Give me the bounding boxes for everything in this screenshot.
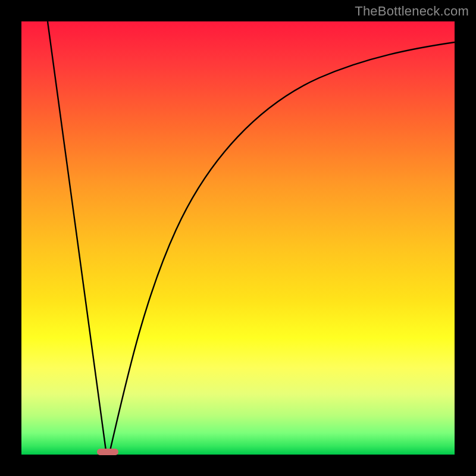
- chart-frame: TheBottleneck.com: [0, 0, 476, 476]
- bottleneck-curve: [21, 21, 455, 455]
- watermark-text: TheBottleneck.com: [355, 4, 469, 19]
- optimal-marker: [97, 449, 118, 455]
- curve-right-branch: [110, 42, 455, 450]
- plot-area: [21, 21, 455, 455]
- curve-left-branch: [48, 21, 106, 450]
